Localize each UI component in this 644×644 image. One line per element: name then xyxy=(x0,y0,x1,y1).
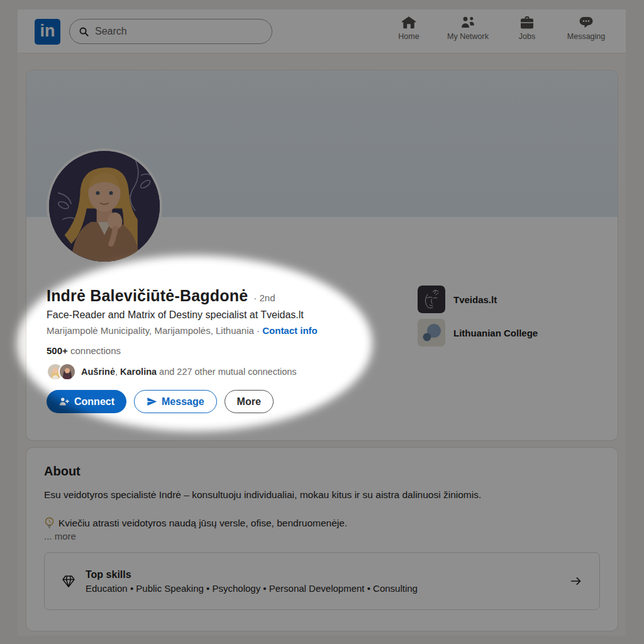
search-icon xyxy=(79,26,89,37)
connections-count[interactable]: 500+ connections xyxy=(47,345,408,356)
top-skills-title: Top skills xyxy=(86,569,560,580)
nav-label: My Network xyxy=(447,32,489,41)
org-name: Tveidas.lt xyxy=(453,294,497,305)
tveidas-logo xyxy=(418,286,445,313)
search-input[interactable]: Search xyxy=(69,19,272,44)
lightbulb-icon xyxy=(44,517,55,529)
diamond-icon xyxy=(61,574,76,589)
page-viewport: in Search Home xyxy=(18,9,626,636)
location-separator: · xyxy=(257,325,262,336)
about-card: About Esu veidotyros specialistė Indrė –… xyxy=(26,448,618,631)
profile-card: Indrė Balevičiūtė-Bagdonė · 2nd Face-Rea… xyxy=(26,70,618,440)
search-placeholder: Search xyxy=(95,26,127,37)
nav-label: Jobs xyxy=(519,32,535,41)
connection-degree-badge: · 2nd xyxy=(253,292,275,303)
nav-item-messaging[interactable]: Messaging xyxy=(557,15,616,41)
person-add-icon xyxy=(58,396,70,408)
mutual-avatar-2 xyxy=(58,363,76,380)
send-icon xyxy=(147,396,157,407)
more-button[interactable]: More xyxy=(225,390,274,413)
profile-headline: Face-Reader and Matrix of Destiny specia… xyxy=(47,309,408,321)
org-education[interactable]: Lithuanian College xyxy=(418,319,538,347)
contact-info-link[interactable]: Contact info xyxy=(262,325,318,336)
org-current-company[interactable]: Tveidas.lt xyxy=(418,286,538,313)
profile-photo[interactable] xyxy=(47,148,162,264)
nav-item-jobs[interactable]: Jobs xyxy=(497,15,557,41)
top-nav: in Search Home xyxy=(18,9,626,53)
nav-item-home[interactable]: Home xyxy=(379,15,438,41)
mutual-connections-text: Aušrinė, Karolina and 227 other mutual c… xyxy=(81,367,297,377)
nav-items: Home My Network Jobs xyxy=(379,15,616,41)
profile-name: Indrė Balevičiūtė-Bagdonė xyxy=(47,287,248,305)
profile-location: Marijampolė Municipality, Marijampolės, … xyxy=(47,325,254,336)
about-paragraph-2: Kviečiu atrasti veidotyros naudą jūsų ve… xyxy=(44,517,600,529)
about-title: About xyxy=(44,464,600,479)
see-more-link[interactable]: ... more xyxy=(44,531,600,541)
arrow-right-icon xyxy=(569,574,583,588)
about-paragraph-1: Esu veidotyros specialistė Indrė – konsu… xyxy=(44,488,600,502)
nav-label: Home xyxy=(398,32,419,41)
top-skills-list: Education • Public Speaking • Psychology… xyxy=(86,583,560,594)
connect-button[interactable]: Connect xyxy=(47,390,126,413)
mutual-connections[interactable]: Aušrinė, Karolina and 227 other mutual c… xyxy=(47,363,408,380)
profile-intro: Indrė Balevičiūtė-Bagdonė · 2nd Face-Rea… xyxy=(47,287,408,413)
lithuanian-college-logo xyxy=(418,319,445,347)
org-name: Lithuanian College xyxy=(453,328,538,338)
my-network-icon xyxy=(460,15,475,30)
top-skills-box[interactable]: Top skills Education • Public Speaking •… xyxy=(44,552,600,610)
top-skills-text: Top skills Education • Public Speaking •… xyxy=(86,569,560,594)
linkedin-profile-screenshot: in Search Home xyxy=(0,0,644,644)
jobs-icon xyxy=(519,15,535,30)
nav-label: Messaging xyxy=(567,32,605,41)
profile-orgs: Tveidas.lt Lithuanian College xyxy=(418,286,538,347)
home-icon xyxy=(401,15,416,30)
profile-actions: Connect Message More xyxy=(47,390,408,413)
messaging-icon xyxy=(579,15,594,30)
message-button[interactable]: Message xyxy=(134,390,217,413)
mutual-avatars xyxy=(47,363,76,380)
nav-item-my-network[interactable]: My Network xyxy=(438,15,497,41)
profile-location-row: Marijampolė Municipality, Marijampolės, … xyxy=(47,325,408,336)
linkedin-logo[interactable]: in xyxy=(35,19,60,45)
profile-photo-illustration xyxy=(49,151,160,262)
